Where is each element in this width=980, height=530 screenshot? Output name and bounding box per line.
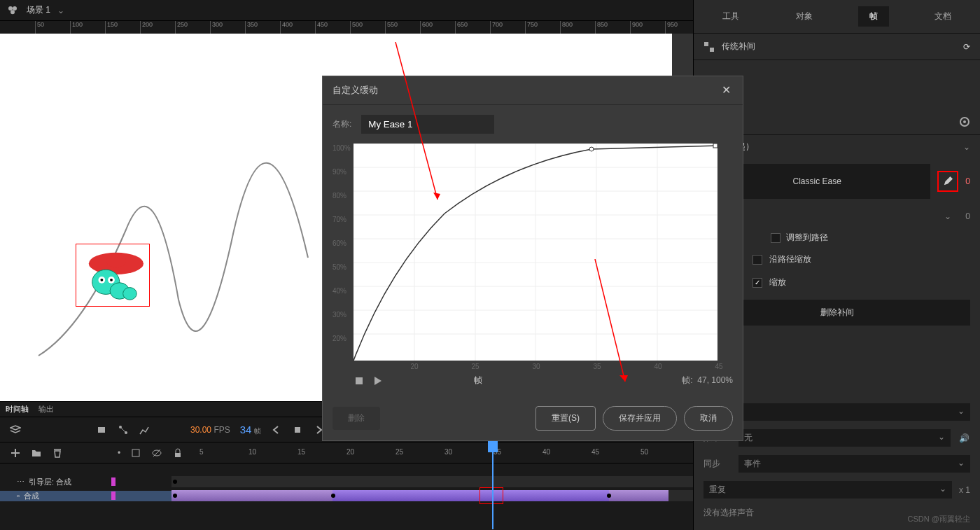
outline-icon[interactable] — [130, 447, 141, 459]
scale-checkbox[interactable] — [752, 278, 762, 288]
save-apply-button[interactable]: 保存并应用 — [603, 406, 677, 431]
tab-object[interactable]: 对象 — [785, 6, 824, 27]
prev-icon[interactable] — [271, 424, 282, 435]
keyframe[interactable] — [173, 480, 177, 484]
new-folder-icon[interactable] — [31, 447, 42, 459]
ease-graph[interactable]: 100%90%80%70%60%50%40%30%20% 20253035404… — [354, 144, 718, 361]
rotate-value[interactable]: 0 — [965, 211, 970, 221]
scene-dropdown-icon[interactable]: ⌄ — [57, 6, 64, 15]
graph-icon[interactable] — [139, 424, 150, 435]
keyframe[interactable] — [173, 494, 177, 498]
effect-value: 无 — [744, 432, 752, 444]
tab-document[interactable]: 文档 — [923, 6, 962, 27]
control-handle[interactable] — [589, 147, 594, 151]
scale-along-path-label: 沿路径缩放 — [769, 253, 811, 265]
ruler-tick: 450 — [315, 21, 328, 34]
tween-span-3[interactable] — [609, 490, 668, 501]
camera-icon[interactable] — [97, 424, 108, 435]
layers-icon[interactable] — [10, 424, 21, 435]
timeline-tick: 30 — [444, 448, 452, 456]
svg-rect-12 — [704, 42, 708, 46]
layer-track[interactable] — [172, 490, 693, 501]
svg-line-37 — [120, 427, 126, 433]
svg-rect-45 — [15, 449, 16, 457]
no-sound-label: 没有选择声音 — [704, 507, 754, 519]
ruler-tick: 200 — [140, 21, 153, 34]
layer-name[interactable]: 合成 — [24, 491, 39, 501]
timeline-ruler[interactable]: 1s 5101520253035404550 — [172, 442, 693, 463]
symbol-instance[interactable] — [76, 244, 150, 307]
x-axis-tick: 20 — [410, 363, 418, 370]
cancel-button[interactable]: 取消 — [684, 406, 733, 431]
gear-icon[interactable] — [959, 116, 970, 127]
playhead[interactable] — [488, 438, 498, 529]
tween-section-header[interactable]: 传统补间 ⟳ — [694, 34, 980, 60]
repeat-dropdown[interactable]: 重复⌄ — [704, 481, 952, 498]
visibility-icon[interactable] — [151, 447, 162, 459]
end-handle[interactable] — [713, 144, 718, 148]
ruler-tick: 350 — [245, 21, 258, 34]
tween-span-1[interactable] — [172, 490, 332, 501]
y-axis-tick: 80% — [332, 192, 346, 200]
timeline-tick: 50 — [640, 448, 648, 456]
effect-dropdown[interactable]: 无⌄ — [738, 429, 951, 447]
sync-dropdown[interactable]: 事件⌄ — [738, 455, 970, 473]
scale-along-path-checkbox[interactable] — [752, 255, 762, 265]
repeat-value: x 1 — [959, 485, 970, 495]
chevron-down-icon[interactable]: ⌄ — [944, 211, 951, 221]
current-frame[interactable]: 34 — [240, 424, 252, 435]
x-axis-tick: 35 — [593, 363, 601, 370]
panel-tabs: 工具 对象 帧 文档 — [694, 0, 980, 34]
new-layer-icon[interactable] — [10, 447, 21, 459]
frame-label: 帧: — [682, 375, 692, 385]
ease-name-input[interactable] — [361, 115, 494, 134]
speaker-icon[interactable]: 🔊 — [958, 432, 970, 445]
tab-output[interactable]: 输出 — [38, 404, 54, 414]
tab-frame[interactable]: 帧 — [858, 6, 889, 27]
timeline-tick: 15 — [298, 448, 305, 456]
sync-label: 同步 — [704, 458, 732, 470]
watermark: CSDN @雨翼轻尘 — [908, 514, 970, 524]
timeline-tick: 20 — [346, 448, 354, 456]
adjust-to-path-checkbox[interactable] — [771, 233, 780, 243]
close-button[interactable]: ✕ — [719, 83, 733, 97]
stop-icon[interactable] — [354, 375, 365, 386]
pencil-icon — [943, 176, 953, 186]
ease-value[interactable]: 0 — [965, 176, 970, 186]
chevron-down-icon[interactable]: ⌄ — [963, 142, 970, 152]
app-logo-icon — [6, 4, 20, 18]
delete-button[interactable]: 删除 — [332, 407, 380, 430]
ruler-tick: 950 — [665, 21, 678, 34]
tab-timeline[interactable]: 时间轴 — [6, 404, 29, 414]
fps-value[interactable]: 30.00 — [190, 425, 211, 435]
layer-row-symbol[interactable]: ▫ 合成 — [0, 489, 693, 503]
sound-none-dropdown[interactable]: 无⌄ — [704, 403, 970, 421]
y-axis-tick: 60% — [332, 239, 346, 247]
tab-tools[interactable]: 工具 — [711, 6, 750, 27]
delete-tween-button[interactable]: 删除补间 — [704, 300, 970, 326]
timeline-tick: 45 — [592, 448, 599, 456]
reset-button[interactable]: 重置(S) — [536, 406, 596, 431]
edit-ease-button[interactable] — [937, 171, 958, 192]
parent-icon[interactable] — [118, 424, 129, 435]
ruler-tick: 100 — [70, 21, 83, 34]
layer-name[interactable]: 引导层: 合成 — [29, 477, 71, 487]
play-icon[interactable] — [372, 375, 383, 386]
ruler-tick: 650 — [455, 21, 468, 34]
x-axis-tick: 25 — [471, 363, 479, 370]
frame-info-value: 47, 100% — [697, 375, 733, 385]
delete-layer-icon[interactable] — [52, 447, 63, 459]
x-axis-tick: 30 — [532, 363, 540, 370]
expand-icon[interactable]: ⟳ — [963, 42, 970, 52]
frame-axis-label: 帧 — [474, 375, 482, 386]
tween-span-2[interactable] — [332, 490, 609, 501]
layer-track[interactable] — [172, 476, 693, 487]
scene-name[interactable]: 场景 1 — [27, 4, 50, 16]
keyframe[interactable] — [331, 494, 335, 498]
layer-color-swatch — [111, 477, 115, 486]
keyframe[interactable] — [607, 494, 611, 498]
layer-row-guide[interactable]: ⋯ 引导层: 合成 — [0, 475, 693, 489]
svg-rect-31 — [356, 377, 363, 384]
keyframe-nav-icon[interactable] — [292, 424, 303, 435]
svg-rect-34 — [98, 427, 105, 433]
